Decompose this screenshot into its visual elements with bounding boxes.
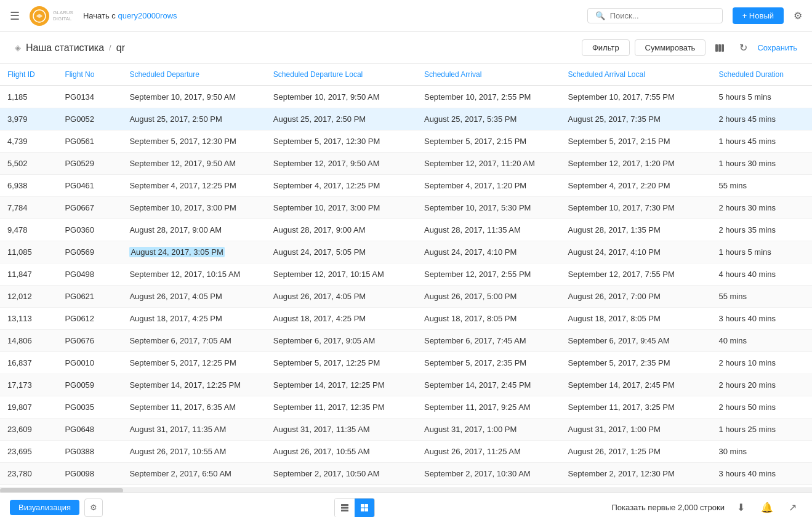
search-input[interactable]	[610, 11, 715, 20]
cell-flight_id: 23,609	[0, 419, 57, 441]
table-row[interactable]: 14,806PG0676September 6, 2017, 7:05 AMSe…	[0, 330, 812, 352]
download-button[interactable]: ⬇	[732, 499, 750, 517]
cell-flight_id: 4,739	[0, 130, 57, 153]
view-toggle	[334, 498, 375, 518]
cell-sched_dur: 1 hours 5 mins	[712, 241, 812, 263]
horizontal-scrollbar[interactable]	[0, 487, 812, 492]
table-row[interactable]: 23,609PG0648August 31, 2017, 11:35 AMAug…	[0, 419, 812, 441]
cell-flight_no: PG0612	[57, 308, 122, 330]
cell-sched_dep: September 14, 2017, 12:25 PM	[122, 374, 265, 396]
settings-icon[interactable]: ⚙	[794, 10, 802, 22]
cell-sched_dur: 2 hours 35 mins	[712, 219, 812, 241]
table-row[interactable]: 23,695PG0388August 26, 2017, 10:55 AMAug…	[0, 441, 812, 463]
new-button[interactable]: + Новый	[733, 7, 784, 24]
refresh-button[interactable]: ↻	[734, 39, 752, 57]
table-row[interactable]: 12,012PG0621August 26, 2017, 4:05 PMAugu…	[0, 286, 812, 308]
svg-rect-5	[341, 507, 348, 508]
table-row[interactable]: 16,837PG0010September 5, 2017, 12:25 PMS…	[0, 352, 812, 374]
cell-sched_arr: August 26, 2017, 11:25 AM	[417, 441, 560, 463]
svg-rect-6	[341, 510, 348, 511]
footer-right: Показать первые 2,000 строки ⬇ 🔔 ↗	[612, 499, 802, 517]
table-row[interactable]: 3,979PG0052August 25, 2017, 2:50 PMAugus…	[0, 108, 812, 130]
cell-sched_arr_local: August 31, 2017, 1:00 PM	[560, 419, 711, 441]
svg-rect-9	[361, 508, 364, 511]
search-icon: 🔍	[595, 11, 605, 20]
cell-sched_arr: September 12, 2017, 2:55 PM	[417, 263, 560, 286]
cell-sched_dur: 3 hours 40 mins	[712, 308, 812, 330]
alert-button[interactable]: 🔔	[758, 499, 776, 517]
table-row[interactable]: 1,185PG0134September 10, 2017, 9:50 AMSe…	[0, 86, 812, 108]
summarize-button[interactable]: Суммировать	[635, 39, 706, 56]
cell-flight_no: PG0360	[57, 219, 122, 241]
breadcrumb-icon: ◈	[15, 43, 21, 52]
table-row[interactable]: 7,784PG0667September 10, 2017, 3:00 PMSe…	[0, 197, 812, 219]
table-row[interactable]: 11,847PG0498September 12, 2017, 10:15 AM…	[0, 263, 812, 286]
table-row[interactable]: 13,113PG0612August 18, 2017, 4:25 PMAugu…	[0, 308, 812, 330]
col-header-sched-dep-local[interactable]: Scheduled Departure Local	[266, 64, 417, 86]
cell-sched_arr_local: August 26, 2017, 1:25 PM	[560, 441, 711, 463]
cell-flight_id: 5,502	[0, 153, 57, 175]
cell-sched_dur: 2 hours 30 mins	[712, 197, 812, 219]
export-button[interactable]: ↗	[784, 499, 802, 517]
cell-sched_arr_local: September 10, 2017, 7:55 PM	[560, 86, 711, 108]
cell-flight_id: 11,085	[0, 241, 57, 263]
cell-sched_arr_local: September 2, 2017, 12:30 PM	[560, 463, 711, 485]
cell-flight_id: 12,012	[0, 286, 57, 308]
table-view-button[interactable]	[335, 499, 355, 517]
table-row[interactable]: 4,739PG0561September 5, 2017, 12:30 PMSe…	[0, 130, 812, 153]
visualization-button[interactable]: Визуализация	[10, 500, 79, 515]
cell-sched_dep: August 31, 2017, 11:35 AM	[122, 419, 265, 441]
cell-sched_arr_local: September 14, 2017, 2:45 PM	[560, 374, 711, 396]
cell-sched_dep_local: August 26, 2017, 4:05 PM	[266, 286, 417, 308]
cell-sched_dep_local: September 14, 2017, 12:25 PM	[266, 374, 417, 396]
cell-sched_dur: 1 hours 45 mins	[712, 130, 812, 153]
cell-flight_no: PG0098	[57, 463, 122, 485]
save-link[interactable]: Сохранить	[757, 43, 797, 52]
cell-sched_dep: August 26, 2017, 4:05 PM	[122, 286, 265, 308]
svg-rect-2	[718, 44, 721, 52]
cell-flight_no: PG0569	[57, 241, 122, 263]
cell-sched_dep_local: August 25, 2017, 2:50 PM	[266, 108, 417, 130]
svg-rect-4	[341, 504, 348, 506]
cell-sched_arr_local: September 12, 2017, 1:20 PM	[560, 153, 711, 175]
table-row[interactable]: 17,173PG0059September 14, 2017, 12:25 PM…	[0, 374, 812, 396]
table-container[interactable]: Flight ID Flight No Scheduled Departure …	[0, 64, 812, 487]
cell-flight_no: PG0676	[57, 330, 122, 352]
filter-button[interactable]: Фильтр	[582, 39, 630, 56]
grid-view-button[interactable]	[355, 499, 374, 517]
cell-flight_no: PG0667	[57, 197, 122, 219]
cell-flight_no: PG0388	[57, 441, 122, 463]
col-header-sched-dur[interactable]: Scheduled Duration	[712, 64, 812, 86]
table-row[interactable]: 9,478PG0360August 28, 2017, 9:00 AMAugus…	[0, 219, 812, 241]
cell-flight_no: PG0010	[57, 352, 122, 374]
cell-sched_dur: 5 hours 5 mins	[712, 86, 812, 108]
cell-sched_dep_local: September 11, 2017, 12:35 PM	[266, 396, 417, 419]
nav-link[interactable]: query20000rows	[118, 11, 177, 20]
table-row[interactable]: 11,085PG0569August 24, 2017, 3:05 PMAugu…	[0, 241, 812, 263]
cell-sched_dep: September 12, 2017, 9:50 AM	[122, 153, 265, 175]
table-body: 1,185PG0134September 10, 2017, 9:50 AMSe…	[0, 86, 812, 485]
svg-rect-8	[365, 504, 369, 508]
cell-sched_dep_local: September 5, 2017, 12:25 PM	[266, 352, 417, 374]
col-header-flight-no[interactable]: Flight No	[57, 64, 122, 86]
cell-sched_arr: August 28, 2017, 11:35 AM	[417, 219, 560, 241]
hamburger-icon[interactable]: ☰	[10, 9, 20, 23]
cell-sched_dep_local: August 18, 2017, 4:25 PM	[266, 308, 417, 330]
cell-sched_dur: 2 hours 10 mins	[712, 352, 812, 374]
col-header-sched-arr[interactable]: Scheduled Arrival	[417, 64, 560, 86]
columns-icon-button[interactable]	[710, 39, 729, 57]
cell-flight_id: 1,185	[0, 86, 57, 108]
search-bar[interactable]: 🔍	[587, 8, 723, 23]
settings-gear-button[interactable]: ⚙	[84, 499, 103, 517]
cell-sched_arr_local: August 25, 2017, 7:35 PM	[560, 108, 711, 130]
col-header-sched-arr-local[interactable]: Scheduled Arrival Local	[560, 64, 711, 86]
table-row[interactable]: 5,502PG0529September 12, 2017, 9:50 AMSe…	[0, 153, 812, 175]
cell-sched_arr: September 6, 2017, 7:45 AM	[417, 330, 560, 352]
col-header-sched-dep[interactable]: Scheduled Departure	[122, 64, 265, 86]
table-row[interactable]: 23,780PG0098September 2, 2017, 6:50 AMSe…	[0, 463, 812, 485]
table-row[interactable]: 19,807PG0035September 11, 2017, 6:35 AMS…	[0, 396, 812, 419]
table-row[interactable]: 6,938PG0461September 4, 2017, 12:25 PMSe…	[0, 175, 812, 197]
svg-rect-1	[715, 44, 718, 52]
cell-sched_dep: August 25, 2017, 2:50 PM	[122, 108, 265, 130]
col-header-flight-id[interactable]: Flight ID	[0, 64, 57, 86]
